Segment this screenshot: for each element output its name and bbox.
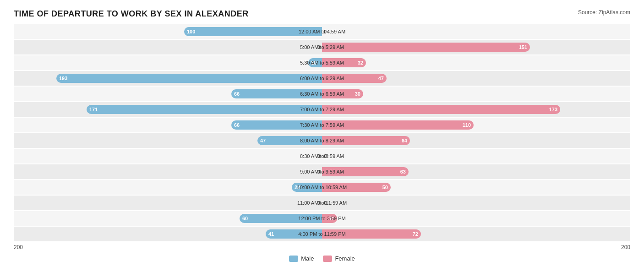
chart-row: 09:00 AM to 9:59 AM63 xyxy=(14,164,630,179)
axis-right-label: 200 xyxy=(621,244,630,250)
axis-left-label: 200 xyxy=(14,244,23,250)
chart-row: 478:00 AM to 8:29 AM64 xyxy=(14,133,630,148)
axis-labels: 200 200 xyxy=(14,244,630,250)
chart-row: 011:00 AM to 11:59 AM0 xyxy=(14,196,630,210)
chart-source: Source: ZipAtlas.com xyxy=(578,9,630,16)
chart-row: 666:30 AM to 6:59 AM30 xyxy=(14,87,630,101)
chart-title: TIME OF DEPARTURE TO WORK BY SEX IN ALEX… xyxy=(14,9,249,19)
chart-header: TIME OF DEPARTURE TO WORK BY SEX IN ALEX… xyxy=(14,9,630,19)
legend-female: Female xyxy=(323,255,355,262)
chart-row: 6012:00 PM to 3:59 PM11 xyxy=(14,211,630,226)
legend: Male Female xyxy=(14,255,630,262)
legend-male: Male xyxy=(289,255,314,262)
legend-female-color xyxy=(323,256,332,262)
legend-male-color xyxy=(289,256,298,262)
chart-row: 05:00 AM to 5:29 AM151 xyxy=(14,40,630,54)
chart-row: 2210:00 AM to 10:59 AM50 xyxy=(14,180,630,195)
chart-area: 10012:00 AM to 4:59 AM005:00 AM to 5:29 … xyxy=(14,24,630,241)
chart-row: 1717:00 AM to 7:29 AM173 xyxy=(14,102,630,117)
legend-female-label: Female xyxy=(335,255,355,262)
chart-row: 1936:00 AM to 6:29 AM47 xyxy=(14,71,630,86)
chart-row: 105:30 AM to 5:59 AM32 xyxy=(14,55,630,70)
chart-row: 08:30 AM to 8:59 AM0 xyxy=(14,149,630,163)
chart-row: 667:30 AM to 7:59 AM110 xyxy=(14,118,630,132)
chart-row: 10012:00 AM to 4:59 AM0 xyxy=(14,24,630,39)
chart-row: 414:00 PM to 11:59 PM72 xyxy=(14,227,630,241)
legend-male-label: Male xyxy=(301,255,314,262)
chart-container: TIME OF DEPARTURE TO WORK BY SEX IN ALEX… xyxy=(14,9,630,262)
